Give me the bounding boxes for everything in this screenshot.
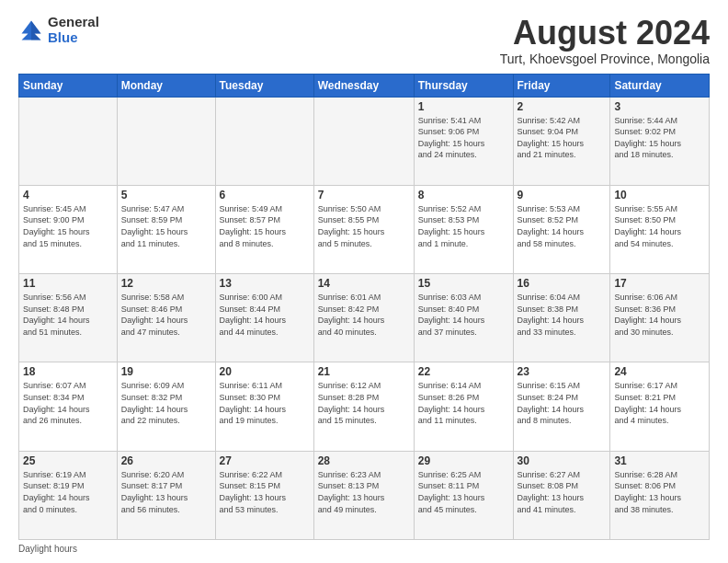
day-info: Sunrise: 5:58 AM Sunset: 8:46 PM Dayligh… (121, 292, 211, 338)
day-number: 16 (518, 277, 607, 290)
day-info: Sunrise: 6:17 AM Sunset: 8:21 PM Dayligh… (614, 380, 705, 426)
subtitle: Turt, Khoevsgoel Province, Mongolia (500, 52, 710, 66)
header-cell-tuesday: Tuesday (215, 74, 313, 97)
day-info: Sunrise: 6:23 AM Sunset: 8:13 PM Dayligh… (318, 469, 410, 515)
day-cell: 6Sunrise: 5:49 AM Sunset: 8:57 PM Daylig… (215, 185, 313, 273)
day-number: 14 (318, 277, 410, 290)
day-cell: 5Sunrise: 5:47 AM Sunset: 8:59 PM Daylig… (117, 185, 215, 273)
day-cell (313, 97, 414, 185)
main-title: August 2024 (500, 15, 710, 52)
day-number: 21 (318, 365, 410, 378)
calendar-table: SundayMondayTuesdayWednesdayThursdayFrid… (18, 74, 710, 540)
day-number: 8 (418, 189, 509, 201)
day-cell: 24Sunrise: 6:17 AM Sunset: 8:21 PM Dayli… (610, 362, 710, 451)
day-number: 25 (23, 454, 113, 467)
day-number: 6 (220, 189, 310, 201)
day-number: 17 (614, 277, 705, 290)
day-info: Sunrise: 6:12 AM Sunset: 8:28 PM Dayligh… (318, 380, 410, 426)
day-info: Sunrise: 6:22 AM Sunset: 8:15 PM Dayligh… (220, 469, 310, 515)
day-info: Sunrise: 6:00 AM Sunset: 8:44 PM Dayligh… (220, 292, 310, 338)
day-number: 28 (318, 454, 410, 467)
day-number: 20 (220, 365, 310, 378)
day-number: 7 (318, 189, 410, 201)
day-number: 23 (518, 365, 607, 378)
day-cell: 21Sunrise: 6:12 AM Sunset: 8:28 PM Dayli… (313, 362, 414, 451)
title-block: August 2024 Turt, Khoevsgoel Province, M… (500, 15, 710, 66)
day-cell: 19Sunrise: 6:09 AM Sunset: 8:32 PM Dayli… (117, 362, 215, 451)
day-info: Sunrise: 6:03 AM Sunset: 8:40 PM Dayligh… (418, 292, 509, 338)
day-cell: 12Sunrise: 5:58 AM Sunset: 8:46 PM Dayli… (117, 274, 215, 362)
day-number: 9 (518, 189, 607, 201)
logo-general-text: General (48, 15, 99, 30)
day-number: 15 (418, 277, 509, 290)
day-info: Sunrise: 6:06 AM Sunset: 8:36 PM Dayligh… (614, 292, 705, 338)
day-cell: 31Sunrise: 6:28 AM Sunset: 8:06 PM Dayli… (610, 451, 710, 539)
day-cell: 10Sunrise: 5:55 AM Sunset: 8:50 PM Dayli… (610, 185, 710, 273)
header-cell-sunday: Sunday (19, 74, 118, 97)
header: General Blue August 2024 Turt, Khoevsgoe… (18, 15, 710, 66)
day-number: 10 (614, 189, 705, 201)
day-info: Sunrise: 5:47 AM Sunset: 8:59 PM Dayligh… (121, 203, 211, 249)
day-number: 19 (121, 365, 211, 378)
day-cell (117, 97, 215, 185)
day-info: Sunrise: 6:15 AM Sunset: 8:24 PM Dayligh… (518, 380, 607, 426)
day-cell: 22Sunrise: 6:14 AM Sunset: 8:26 PM Dayli… (414, 362, 513, 451)
day-info: Sunrise: 5:56 AM Sunset: 8:48 PM Dayligh… (23, 292, 113, 338)
day-cell: 3Sunrise: 5:44 AM Sunset: 9:02 PM Daylig… (610, 97, 710, 185)
week-row-4: 18Sunrise: 6:07 AM Sunset: 8:34 PM Dayli… (19, 362, 710, 451)
day-number: 1 (418, 100, 509, 113)
day-info: Sunrise: 5:42 AM Sunset: 9:04 PM Dayligh… (518, 115, 607, 161)
day-cell: 7Sunrise: 5:50 AM Sunset: 8:55 PM Daylig… (313, 185, 414, 273)
day-cell: 27Sunrise: 6:22 AM Sunset: 8:15 PM Dayli… (215, 451, 313, 539)
day-number: 24 (614, 365, 705, 378)
day-number: 2 (518, 100, 607, 113)
day-cell: 26Sunrise: 6:20 AM Sunset: 8:17 PM Dayli… (117, 451, 215, 539)
week-row-5: 25Sunrise: 6:19 AM Sunset: 8:19 PM Dayli… (19, 451, 710, 539)
day-info: Sunrise: 5:44 AM Sunset: 9:02 PM Dayligh… (614, 115, 705, 161)
day-number: 4 (23, 189, 113, 201)
day-number: 18 (23, 365, 113, 378)
day-info: Sunrise: 6:09 AM Sunset: 8:32 PM Dayligh… (121, 380, 211, 426)
day-cell: 9Sunrise: 5:53 AM Sunset: 8:52 PM Daylig… (513, 185, 610, 273)
day-cell: 14Sunrise: 6:01 AM Sunset: 8:42 PM Dayli… (313, 274, 414, 362)
day-cell: 29Sunrise: 6:25 AM Sunset: 8:11 PM Dayli… (414, 451, 513, 539)
day-cell: 15Sunrise: 6:03 AM Sunset: 8:40 PM Dayli… (414, 274, 513, 362)
day-cell: 8Sunrise: 5:52 AM Sunset: 8:53 PM Daylig… (414, 185, 513, 273)
day-info: Sunrise: 6:04 AM Sunset: 8:38 PM Dayligh… (518, 292, 607, 338)
header-cell-saturday: Saturday (610, 74, 710, 97)
day-info: Sunrise: 5:55 AM Sunset: 8:50 PM Dayligh… (614, 203, 705, 249)
header-cell-friday: Friday (513, 74, 610, 97)
logo-text: General Blue (48, 15, 99, 45)
calendar: SundayMondayTuesdayWednesdayThursdayFrid… (18, 74, 710, 540)
day-cell (19, 97, 118, 185)
day-info: Sunrise: 5:41 AM Sunset: 9:06 PM Dayligh… (418, 115, 509, 161)
day-number: 13 (220, 277, 310, 290)
logo: General Blue (18, 15, 99, 45)
day-cell: 28Sunrise: 6:23 AM Sunset: 8:13 PM Dayli… (313, 451, 414, 539)
day-info: Sunrise: 6:14 AM Sunset: 8:26 PM Dayligh… (418, 380, 509, 426)
day-cell: 17Sunrise: 6:06 AM Sunset: 8:36 PM Dayli… (610, 274, 710, 362)
day-info: Sunrise: 5:50 AM Sunset: 8:55 PM Dayligh… (318, 203, 410, 249)
day-number: 11 (23, 277, 113, 290)
day-cell: 1Sunrise: 5:41 AM Sunset: 9:06 PM Daylig… (414, 97, 513, 185)
day-cell: 18Sunrise: 6:07 AM Sunset: 8:34 PM Dayli… (19, 362, 118, 451)
calendar-header: SundayMondayTuesdayWednesdayThursdayFrid… (19, 74, 710, 97)
day-info: Sunrise: 6:25 AM Sunset: 8:11 PM Dayligh… (418, 469, 509, 515)
day-number: 29 (418, 454, 509, 467)
week-row-3: 11Sunrise: 5:56 AM Sunset: 8:48 PM Dayli… (19, 274, 710, 362)
logo-icon (18, 17, 44, 43)
page: General Blue August 2024 Turt, Khoevsgoe… (0, 0, 728, 563)
day-info: Sunrise: 6:07 AM Sunset: 8:34 PM Dayligh… (23, 380, 113, 426)
day-number: 5 (121, 189, 211, 201)
day-cell: 13Sunrise: 6:00 AM Sunset: 8:44 PM Dayli… (215, 274, 313, 362)
day-info: Sunrise: 6:20 AM Sunset: 8:17 PM Dayligh… (121, 469, 211, 515)
header-cell-thursday: Thursday (414, 74, 513, 97)
day-cell: 25Sunrise: 6:19 AM Sunset: 8:19 PM Dayli… (19, 451, 118, 539)
week-row-1: 1Sunrise: 5:41 AM Sunset: 9:06 PM Daylig… (19, 97, 710, 185)
header-row: SundayMondayTuesdayWednesdayThursdayFrid… (19, 74, 710, 97)
day-info: Sunrise: 5:45 AM Sunset: 9:00 PM Dayligh… (23, 203, 113, 249)
day-cell: 23Sunrise: 6:15 AM Sunset: 8:24 PM Dayli… (513, 362, 610, 451)
header-cell-wednesday: Wednesday (313, 74, 414, 97)
day-info: Sunrise: 6:28 AM Sunset: 8:06 PM Dayligh… (614, 469, 705, 515)
calendar-body: 1Sunrise: 5:41 AM Sunset: 9:06 PM Daylig… (19, 97, 710, 539)
